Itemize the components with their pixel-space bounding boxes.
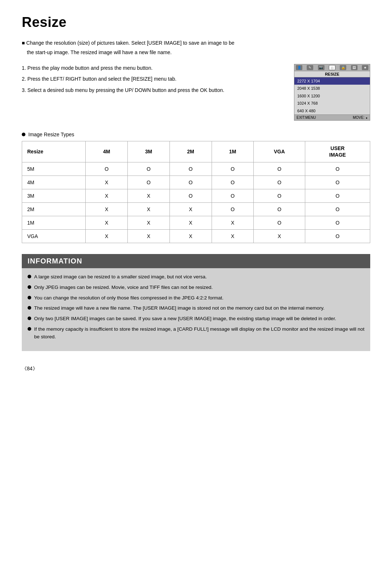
table-bullet: [22, 133, 25, 136]
info-bullet-1: [28, 285, 31, 289]
row-label-vga: VGA: [22, 229, 86, 243]
intro-line2: the start-up image. The resized image wi…: [22, 48, 370, 56]
table-row: 2M X X X O O O: [22, 202, 370, 216]
info-item-4: Only two [USER IMAGE] images can be save…: [28, 315, 364, 323]
cell-2m-3m: X: [128, 202, 170, 216]
cell-5m-1m: O: [212, 162, 254, 176]
col-header-1m: 1M: [212, 141, 254, 162]
row-label-2m: 2M: [22, 202, 86, 216]
cell-5m-vga: O: [254, 162, 305, 176]
steps-and-lcd: 1. Press the play mode button and press …: [22, 64, 370, 121]
lcd-icon-star: ★: [362, 65, 368, 70]
cell-vga-2m: X: [170, 229, 212, 243]
lcd-icon-active: □: [329, 65, 335, 70]
lcd-item-2: 1600 X 1200: [294, 92, 370, 100]
info-text-3: The resized image will have a new file n…: [34, 305, 324, 312]
table-row: VGA X X X X X O: [22, 229, 370, 243]
table-row: 4M X O O O O O: [22, 176, 370, 189]
cell-3m-3m: X: [128, 189, 170, 202]
cell-4m-2m: O: [170, 176, 212, 189]
cell-4m-4m: X: [86, 176, 128, 189]
info-item-5: If the memory capacity is insufficient t…: [28, 326, 364, 341]
lcd-icon-person: 👤: [296, 65, 302, 70]
info-bullet-2: [28, 296, 31, 299]
cell-vga-1m: X: [212, 229, 254, 243]
step-2: 2. Press the LEFT/ RIGHT button and sele…: [22, 75, 279, 83]
intro-bullet: ■: [22, 40, 25, 46]
info-bullet-5: [28, 327, 31, 331]
info-bullet-3: [28, 306, 31, 310]
cell-3m-1m: O: [212, 189, 254, 202]
col-header-vga: VGA: [254, 141, 305, 162]
table-title-text: Image Resize Types: [28, 132, 74, 137]
lcd-item-1: 2048 X 1538: [294, 85, 370, 92]
col-header-user-image: USERIMAGE: [305, 141, 370, 162]
info-bullet-0: [28, 275, 31, 278]
info-item-3: The resized image will have a new file n…: [28, 305, 364, 312]
cell-5m-3m: O: [128, 162, 170, 176]
step-1: 1. Press the play mode button and press …: [22, 64, 279, 72]
intro-section: ■ Change the resolution (size) of pictur…: [22, 39, 370, 57]
cell-2m-2m: X: [170, 202, 212, 216]
lcd-item-3: 1024 X 768: [294, 100, 370, 107]
step-3: 3. Select a desired sub menu by pressing…: [22, 86, 279, 94]
lcd-footer-right: MOVE: ⬥: [353, 116, 368, 120]
table-row: 5M O O O O O O: [22, 162, 370, 176]
info-text-1: Only JPEG images can be resized. Movie, …: [34, 284, 213, 291]
info-text-4: Only two [USER IMAGE] images can be save…: [34, 315, 336, 323]
info-header: INFORMATION: [22, 254, 370, 268]
page-number: 《84》: [22, 366, 370, 372]
table-row: 3M X X O O O O: [22, 189, 370, 202]
cell-3m-4m: X: [86, 189, 128, 202]
cell-3m-vga: O: [254, 189, 305, 202]
info-bullet-4: [28, 317, 31, 320]
lcd-icon-lock: 🔒: [340, 65, 346, 70]
cell-5m-4m: O: [86, 162, 128, 176]
row-label-3m: 3M: [22, 189, 86, 202]
cell-vga-4m: X: [86, 229, 128, 243]
lcd-icon-pencil: ✎: [307, 65, 313, 70]
cell-vga-vga: X: [254, 229, 305, 243]
lcd-footer: EXIT:MENU MOVE: ⬥: [294, 114, 370, 120]
row-label-5m: 5M: [22, 162, 86, 176]
cell-1m-4m: X: [86, 216, 128, 229]
row-label-4m: 4M: [22, 176, 86, 189]
cell-1m-2m: X: [170, 216, 212, 229]
col-header-resize: Resize: [22, 141, 86, 162]
lcd-footer-left: EXIT:MENU: [297, 116, 316, 120]
page-title: Resize: [22, 15, 370, 30]
col-header-4m: 4M: [86, 141, 128, 162]
cell-4m-1m: O: [212, 176, 254, 189]
table-section: Image Resize Types Resize 4M 3M 2M 1M VG…: [22, 132, 370, 243]
lcd-item-0: 2272 X 1704: [294, 77, 370, 85]
col-header-3m: 3M: [128, 141, 170, 162]
info-item-1: Only JPEG images can be resized. Movie, …: [28, 284, 364, 291]
lcd-title: RESIZE: [294, 71, 370, 77]
intro-line1: ■ Change the resolution (size) of pictur…: [22, 39, 370, 47]
steps-list: 1. Press the play mode button and press …: [22, 64, 279, 97]
info-item-0: A large sized image can be resized to a …: [28, 273, 364, 281]
lcd-icon-bar: 👤 ✎ 📷 □ 🔒 🖼 ★: [294, 64, 370, 71]
cell-1m-user: O: [305, 216, 370, 229]
cell-1m-vga: O: [254, 216, 305, 229]
camera-lcd-mockup: 👤 ✎ 📷 □ 🔒 🖼 ★ RESIZE 2272 X 1704 2048 X …: [294, 64, 370, 121]
info-text-2: You can change the resolution of only th…: [34, 294, 224, 302]
row-label-1m: 1M: [22, 216, 86, 229]
cell-1m-1m: X: [212, 216, 254, 229]
table-header-row: Resize 4M 3M 2M 1M VGA USERIMAGE: [22, 141, 370, 162]
info-text-0: A large sized image can be resized to a …: [34, 273, 207, 281]
info-text-5: If the memory capacity is insufficient t…: [34, 326, 364, 341]
cell-5m-user: O: [305, 162, 370, 176]
col-header-2m: 2M: [170, 141, 212, 162]
lcd-icon-camera: 📷: [318, 65, 324, 70]
cell-3m-2m: O: [170, 189, 212, 202]
cell-5m-2m: O: [170, 162, 212, 176]
cell-2m-vga: O: [254, 202, 305, 216]
cell-3m-user: O: [305, 189, 370, 202]
info-body: A large sized image can be resized to a …: [22, 273, 370, 341]
cell-4m-user: O: [305, 176, 370, 189]
cell-4m-vga: O: [254, 176, 305, 189]
cell-vga-user: O: [305, 229, 370, 243]
resize-table: Resize 4M 3M 2M 1M VGA USERIMAGE 5M O O …: [22, 141, 370, 243]
lcd-icon-image: 🖼: [351, 65, 358, 70]
